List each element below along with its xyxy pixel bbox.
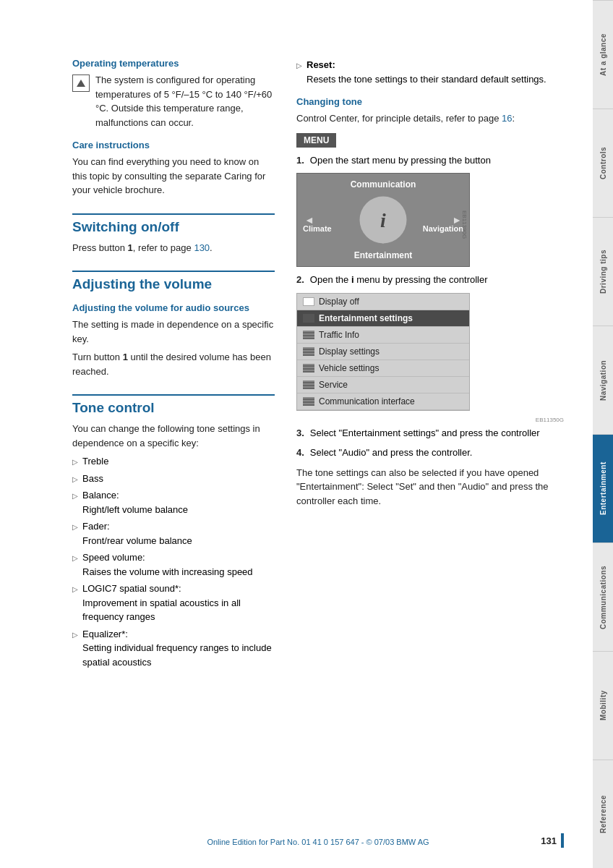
switching-heading: Switching on/off [72, 213, 275, 235]
menu-row-icon [303, 331, 314, 339]
nav-navigation: Navigation [423, 224, 463, 233]
tab-navigation[interactable]: Navigation [593, 326, 613, 434]
bullet-icon: ▷ [72, 584, 78, 624]
list-item: 1. Open the start menu by pressing the b… [296, 153, 564, 168]
page-number: 131 [541, 835, 557, 846]
switching-link[interactable]: 130 [194, 242, 210, 253]
tab-at-a-glance[interactable]: At a glance [593, 0, 613, 109]
nav-right-arrow: ► [452, 214, 462, 226]
reset-bullet: ▷ Reset:Resets the tone settings to thei… [296, 58, 564, 86]
bullet-icon: ▷ [72, 522, 78, 548]
tone-text: You can change the following tone settin… [72, 422, 275, 450]
bullet-label: LOGIC7 spatial sound*:Improvement in spa… [82, 582, 275, 624]
ent-menu: Display off Entertainment settings Traff… [296, 293, 470, 411]
step-number: 1. [296, 153, 304, 168]
care-instructions-heading: Care instructions [72, 140, 275, 150]
tab-reference[interactable]: Reference [593, 760, 613, 868]
menu-row-icon [303, 347, 314, 356]
tab-entertainment[interactable]: Entertainment [593, 434, 613, 542]
menu-button[interactable]: MENU [296, 133, 336, 148]
step-text: Select "Entertainment settings" and pres… [310, 426, 540, 441]
list-item: 2. Open the i menu by pressing the contr… [296, 273, 564, 287]
bullet-icon: ▷ [72, 629, 78, 670]
reset-text: Reset:Resets the tone settings to their … [306, 58, 546, 86]
changing-tone-text: Control Center, for principle details, r… [296, 111, 564, 126]
changing-tone-link[interactable]: 16 [502, 113, 512, 124]
ent-watermark: EB11350G [296, 417, 564, 423]
menu-row-label: Service [319, 380, 348, 390]
bullet-label: Balance:Right/left volume balance [82, 488, 188, 516]
menu-row-icon [303, 297, 314, 306]
side-tabs: At a glance Controls Driving tips Naviga… [593, 0, 613, 868]
menu-row-icon [303, 397, 314, 406]
ent-menu-row-selected: Entertainment settings [297, 310, 469, 327]
changing-tone-heading: Changing tone [296, 96, 564, 107]
switching-text-pre: Press button [72, 242, 128, 253]
menu-row-label: Traffic Info [319, 330, 359, 340]
switching-period: . [210, 242, 213, 253]
right-column: ▷ Reset:Resets the tone settings to thei… [296, 58, 564, 675]
tone-settings-note: The tone settings can also be selected i… [296, 466, 564, 509]
list-item: ▷ Equalizer*:Setting individual frequenc… [72, 627, 275, 670]
main-content: Operating temperatures The system is con… [0, 0, 593, 868]
list-item: ▷ Bass [72, 472, 275, 486]
list-item: ▷ Reset:Resets the tone settings to thei… [296, 58, 564, 86]
bullet-label: Fader:Front/rear volume balance [82, 519, 192, 548]
ent-menu-row: Traffic Info [297, 327, 469, 344]
changing-tone-colon: : [512, 113, 515, 124]
menu-row-label: Entertainment settings [319, 313, 413, 323]
menu-row-icon [303, 380, 314, 389]
tone-heading: Tone control [72, 394, 275, 416]
step-text: Open the start menu by pressing the butt… [310, 153, 491, 168]
nav-screen-top: Communication [351, 179, 416, 190]
numbered-steps-3: 3. Select "Entertainment settings" and p… [296, 426, 564, 460]
menu-row-label: Vehicle settings [319, 363, 379, 373]
switching-text2: , refer to page [133, 242, 194, 253]
ent-menu-row: Service [297, 377, 469, 393]
menu-row-icon [303, 314, 314, 323]
adjusting-text1: The setting is made in dependence on a s… [72, 318, 275, 346]
adjusting-heading: Adjusting the volume [72, 271, 275, 292]
tab-mobility[interactable]: Mobility [593, 651, 613, 760]
step-text: Select "Audio" and press the controller. [310, 446, 473, 460]
step-number: 2. [296, 273, 304, 287]
switching-bold: 1 [128, 242, 133, 253]
bullet-label: Equalizer*:Setting individual frequency … [82, 627, 275, 670]
nav-screen-bottom: Entertainment [354, 250, 413, 260]
bullet-label: Speed volume:Raises the volume with incr… [82, 550, 253, 579]
step-text: Open the i menu by pressing the controll… [310, 273, 488, 287]
nav-up-arrow: ▲ [379, 194, 387, 204]
note-icon [72, 75, 90, 92]
nav-climate: Climate [303, 224, 332, 233]
bullet-icon: ▷ [72, 490, 78, 516]
numbered-steps: 1. Open the start menu by pressing the b… [296, 153, 564, 168]
nav-down-arrow: ▼ [379, 236, 387, 246]
list-item: 4. Select "Audio" and press the controll… [296, 446, 564, 460]
ent-menu-row: Communication interface [297, 393, 469, 410]
menu-row-label: Display settings [319, 346, 380, 357]
bullet-icon: ▷ [296, 60, 302, 86]
page-bar [561, 833, 564, 848]
list-item: ▷ Treble [72, 454, 275, 469]
footer-text: Online Edition for Part No. 01 41 0 157 … [207, 838, 429, 846]
menu-row-label: Communication interface [319, 396, 415, 407]
list-item: ▷ Fader:Front/rear volume balance [72, 519, 275, 548]
adjusting-bold: 1 [123, 352, 128, 362]
tab-communications[interactable]: Communications [593, 542, 613, 651]
ent-menu-row: Display off [297, 294, 469, 310]
bullet-icon: ▷ [72, 474, 78, 486]
operating-temps-text: The system is configured for operating t… [95, 73, 275, 129]
nav-screen: Communication ◄ Climate i ▲ ▼ [296, 173, 470, 267]
menu-row-icon [303, 364, 314, 373]
triangle-icon [77, 80, 85, 87]
step-number: 4. [296, 446, 304, 460]
tab-driving-tips[interactable]: Driving tips [593, 217, 613, 326]
ent-menu-row: Display settings [297, 344, 469, 360]
adjusting-text2: Turn button 1 until the desired volume h… [72, 350, 275, 378]
tab-controls[interactable]: Controls [593, 109, 613, 217]
switching-text: Press button 1, refer to page 130. [72, 241, 275, 255]
nav-watermark: EB11390G [461, 210, 468, 239]
list-item: ▷ Balance:Right/left volume balance [72, 488, 275, 516]
list-item: ▷ Speed volume:Raises the volume with in… [72, 550, 275, 579]
adjusting-sub-heading: Adjusting the volume for audio sources [72, 302, 275, 313]
